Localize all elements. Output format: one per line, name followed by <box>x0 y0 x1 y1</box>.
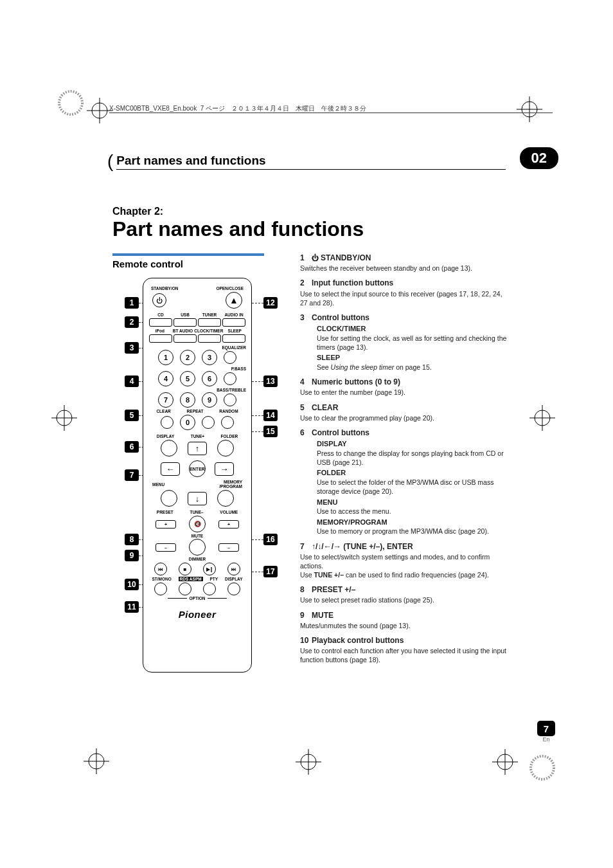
callout-17: 17 <box>263 566 278 577</box>
clocktimer-button <box>198 334 221 343</box>
label-equalizer: EQUALIZER <box>222 345 246 350</box>
label-option: OPTION <box>187 596 208 601</box>
label-volume: VOLUME <box>220 510 238 514</box>
vol-plus: + <box>218 520 239 529</box>
stmono-button <box>154 583 167 595</box>
equalizer-button <box>224 351 236 364</box>
num-9: 9 <box>202 392 217 408</box>
callout-1: 1 <box>125 297 139 309</box>
callout-16: 16 <box>263 534 278 545</box>
regmark-bottom-right <box>492 749 518 775</box>
regmark-bl <box>84 748 109 774</box>
desc-7: 7↑/↓/←/→ (TUNE +/–), ENTER Use to select… <box>300 541 507 580</box>
play-button: ▶‖ <box>203 563 216 575</box>
svg-point-1 <box>531 756 554 779</box>
desc-4: 4Numeric buttons (0 to 9) Use to enter t… <box>300 377 507 397</box>
rosette-br <box>529 755 555 781</box>
callout-5: 5 <box>125 410 139 421</box>
desc-8: 8PRESET +/– Use to select preset radio s… <box>300 584 507 604</box>
page-number: 7 En <box>537 721 555 743</box>
num-8: 8 <box>180 392 195 408</box>
desc-10: 10Playback control buttons Use to contro… <box>300 635 507 665</box>
down-button: ↓ <box>188 492 207 505</box>
btaudio-button <box>173 334 197 343</box>
label-pty: PTY <box>209 577 218 581</box>
svg-point-0 <box>59 91 82 114</box>
chapter-label: Chapter 2: <box>112 206 163 217</box>
callout-7: 7 <box>125 469 139 481</box>
dash <box>252 381 263 382</box>
label-menu: MENU <box>152 482 164 487</box>
folder-button <box>217 440 234 457</box>
clear-button <box>161 416 173 429</box>
num-2: 2 <box>180 350 195 365</box>
callout-9: 9 <box>125 550 139 561</box>
pty-button <box>203 583 216 595</box>
desc-2: 2Input function buttons Use to select th… <box>300 278 507 307</box>
num-5: 5 <box>180 371 195 386</box>
regmark-top-inner <box>87 98 112 123</box>
description-column: 1⏻ STANDBY/ON Switches the receiver betw… <box>300 253 507 670</box>
desc-5: 5CLEAR Use to clear the programmed play … <box>300 402 507 422</box>
vol-minus: – <box>218 543 239 552</box>
callout-12: 12 <box>263 297 278 309</box>
dash <box>252 431 263 432</box>
section-title: Part names and functions <box>116 154 506 170</box>
dash <box>252 572 263 572</box>
regmark-right <box>529 405 555 431</box>
callout-8: 8 <box>125 534 139 545</box>
label-mute: MUTE <box>191 534 203 538</box>
standby-button: ⏻ <box>152 293 166 307</box>
label-clocktimer: CLOCK/TIMER <box>194 329 223 333</box>
header-rule <box>109 113 553 113</box>
prev-button: ⏮ <box>154 563 167 575</box>
menu-button <box>161 490 177 507</box>
up-button: ↑ <box>188 442 207 455</box>
callout-13: 13 <box>263 375 278 387</box>
pioneer-logo: Pioneer <box>148 609 246 620</box>
callout-11: 11 <box>125 601 139 613</box>
num-0: 0 <box>180 415 195 430</box>
label-clear: CLEAR <box>156 409 170 413</box>
label-rds: RDS ASPM <box>179 577 203 581</box>
label-audioin: AUDIO IN <box>222 312 246 317</box>
aspm-button <box>179 583 191 595</box>
right-button: → <box>215 462 234 476</box>
sleep-button <box>222 334 245 343</box>
label-standby: STANDBY/ON <box>151 286 179 291</box>
chapter-title: Part names and functions <box>112 217 364 241</box>
num-3: 3 <box>202 350 217 365</box>
label-preset: PRESET <box>157 510 173 514</box>
label-openclose: OPEN/CLOSE <box>216 286 244 291</box>
open-close-button: ▲ <box>226 292 242 309</box>
label-basstreble: BASS/TREBLE <box>217 388 246 392</box>
label-dimmer: DIMMER <box>189 557 206 561</box>
callout-14: 14 <box>263 410 278 421</box>
repeat-button <box>202 416 215 429</box>
audioin-button <box>222 318 245 327</box>
page-header: ( Part names and functions 02 <box>107 151 506 172</box>
label-pbass: P.BASS <box>231 366 246 371</box>
label-cd: CD <box>148 312 173 317</box>
callout-10: 10 <box>125 579 139 590</box>
desc-3: 3Control buttons CLOCK/TIMER Use for set… <box>300 312 507 372</box>
label-tuneminus: TUNE– <box>190 510 203 514</box>
header-file-info: X-SMC00BTB_VXE8_En.book 7 ページ ２０１３年４月４日 … <box>109 104 366 113</box>
label-repeat: REPEAT <box>187 409 204 413</box>
desc-1: 1⏻ STANDBY/ON Switches the receiver betw… <box>300 253 507 273</box>
basstreble-button <box>224 393 236 406</box>
num-6: 6 <box>202 371 217 386</box>
cd-button <box>149 318 172 327</box>
random-button <box>221 416 234 429</box>
blue-accent-bar <box>112 253 264 256</box>
remote-body: STANDBY/ON OPEN/CLOSE ⏻ ▲ CD USB TUNER A… <box>143 278 252 673</box>
regmark-left <box>51 405 77 431</box>
dash <box>252 303 263 303</box>
usb-button <box>173 318 197 327</box>
num-7: 7 <box>158 392 173 408</box>
remote-diagram: 1 2 3 4 5 6 7 8 9 10 11 12 13 14 15 16 1… <box>125 278 270 673</box>
mute-small: 🔇 <box>189 516 206 532</box>
desc-6: 6Control buttons DISPLAY Press to change… <box>300 428 507 536</box>
callout-3: 3 <box>125 342 139 354</box>
callout-4: 4 <box>125 375 139 387</box>
